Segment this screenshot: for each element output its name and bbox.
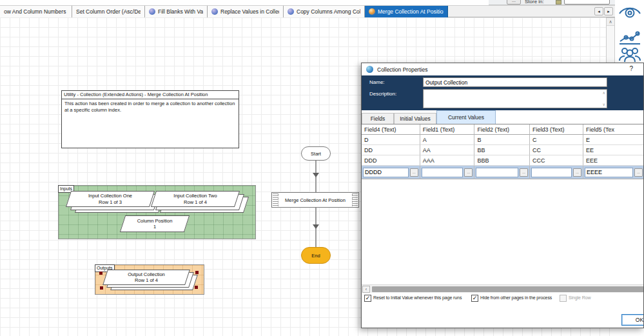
table-cell[interactable]: BBB: [474, 155, 530, 166]
cell-value-input[interactable]: [476, 168, 518, 177]
data-item-input-collection-two[interactable]: Input Collection Two Row 1 of 4: [153, 191, 257, 217]
connector-arrow-icon: [313, 224, 319, 229]
tab-fields[interactable]: Fields: [362, 113, 394, 124]
cell-ellipsis-button[interactable]: ...: [410, 168, 418, 177]
table-horizontal-scrollbar[interactable]: ‹: [362, 284, 644, 293]
tab-set-column-order[interactable]: Set Column Order (Asc/Desc): [72, 6, 145, 17]
tab-label: Fill Blanks With Values: [158, 8, 203, 15]
watch-eye-icon[interactable]: [618, 3, 642, 20]
connector-arrow-icon: [313, 173, 319, 177]
start-node[interactable]: Start: [301, 146, 331, 161]
table-cell[interactable]: A: [420, 135, 475, 145]
tab-fill-blanks-with-values[interactable]: Fill Blanks With Values: [145, 6, 208, 17]
column-header[interactable]: Field3 (Text): [530, 124, 583, 135]
ok-button[interactable]: OK: [621, 314, 644, 326]
dialog-titlebar[interactable]: Collection Properties ?: [362, 63, 643, 75]
action-node-merge-collection[interactable]: Merge Collection At Position: [271, 192, 359, 208]
table-cell[interactable]: DDD: [362, 155, 420, 166]
dialog-title: Collection Properties: [377, 66, 427, 73]
data-item-column-position[interactable]: Column Position 1: [122, 215, 200, 235]
help-button[interactable]: ?: [629, 65, 633, 72]
cell-ellipsis-button[interactable]: ...: [634, 168, 643, 177]
action-hatch-left: [273, 193, 278, 206]
cell-ellipsis-button[interactable]: ...: [464, 168, 473, 177]
table-cell[interactable]: AA: [420, 145, 475, 155]
store-in-label: Store in:: [525, 0, 544, 5]
tab-merge-collection-at-position[interactable]: Merge Collection At Position: [365, 6, 448, 17]
scrollbar-up-arrow-icon[interactable]: ∧: [607, 18, 614, 26]
name-label: Name:: [369, 79, 385, 85]
column-header[interactable]: Field1 (Text): [420, 124, 475, 135]
selection-handle[interactable]: [100, 286, 103, 290]
edit-cell: ...: [474, 166, 530, 179]
tab-initial-values[interactable]: Initial Values: [394, 113, 436, 124]
data-item-subtitle: 1: [153, 224, 156, 230]
column-header[interactable]: Field2 (Text): [474, 124, 530, 135]
page-description-note[interactable]: Utility - Collection (Extended Actions) …: [61, 90, 239, 148]
hide-from-other-pages-checkbox[interactable]: ✓: [471, 295, 478, 302]
analytics-icon[interactable]: [618, 30, 642, 46]
data-item-output-collection[interactable]: Output Collection Row 1 of 4: [105, 270, 205, 294]
cell-value-input[interactable]: [363, 168, 409, 177]
cell-value-input[interactable]: [422, 168, 463, 177]
table-cell[interactable]: B: [474, 135, 530, 145]
scroll-down-arrow-icon[interactable]: ∨: [603, 103, 605, 106]
action-page-icon: [288, 8, 294, 15]
single-row-checkbox: [560, 295, 567, 302]
table-cell[interactable]: EEE: [583, 155, 644, 166]
table-cell[interactable]: DD: [362, 145, 420, 155]
column-header[interactable]: Field5 (Tex: [583, 124, 644, 135]
table-cell[interactable]: CC: [530, 145, 583, 155]
table-cell[interactable]: BB: [474, 145, 530, 155]
scrollbar-left-arrow-icon[interactable]: ‹: [362, 286, 370, 293]
tab-current-values[interactable]: Current Values: [436, 110, 496, 124]
tab-label: Merge Collection At Position: [378, 8, 444, 15]
selection-handle[interactable]: [195, 271, 199, 274]
table-cell[interactable]: E: [583, 135, 644, 145]
tab-scroll-right-button[interactable]: ▸: [604, 7, 613, 15]
tab-scroll-left-button[interactable]: ◂: [594, 7, 603, 15]
store-in-input[interactable]: [564, 0, 610, 5]
single-row-label: Single Row: [569, 295, 590, 300]
table-header-row: Field4 (Text) Field1 (Text) Field2 (Text…: [362, 124, 644, 135]
people-group-icon[interactable]: [618, 46, 642, 63]
table-row[interactable]: D A B C E: [362, 135, 644, 145]
table-cell[interactable]: EE: [583, 145, 644, 155]
cell-value-input[interactable]: [585, 168, 633, 177]
tab-copy-columns-among-collection[interactable]: Copy Columns Among Collection: [284, 6, 365, 17]
table-row[interactable]: DDD AAA BBB CCC EEE: [362, 155, 644, 166]
table-edit-row[interactable]: ... ... ... ... ...: [362, 166, 644, 179]
data-item-icon: [556, 0, 561, 5]
table-cell[interactable]: D: [362, 135, 420, 145]
action-node-label: Merge Collection At Position: [285, 197, 346, 203]
cell-value-input[interactable]: [531, 168, 572, 177]
table-cell[interactable]: AAA: [420, 155, 475, 166]
canvas-vertical-scrollbar[interactable]: ∧: [606, 17, 615, 63]
name-input[interactable]: [423, 77, 607, 87]
table-cell[interactable]: CCC: [530, 155, 583, 166]
cell-ellipsis-button[interactable]: ...: [520, 168, 528, 177]
scrollbar-thumb[interactable]: [372, 286, 644, 292]
tab-row-and-column-numbers-by-value[interactable]: ow And Column Numbers By Value: [0, 6, 72, 17]
column-header[interactable]: Field4 (Text): [362, 124, 420, 135]
collection-icon: [366, 66, 373, 73]
tab-replace-values-in-collection[interactable]: Replace Values in Collection: [208, 6, 284, 17]
selection-handle[interactable]: [99, 272, 102, 275]
edit-cell: ...: [530, 166, 583, 179]
description-input[interactable]: ∧ ∨: [423, 89, 607, 108]
reset-initial-value-checkbox[interactable]: ✓: [364, 295, 371, 302]
cell-ellipsis-button[interactable]: ...: [573, 168, 581, 177]
table-cell[interactable]: C: [530, 135, 583, 145]
end-node[interactable]: End: [301, 247, 331, 264]
table-row[interactable]: DD AA BB CC EE: [362, 145, 644, 155]
scroll-up-arrow-icon[interactable]: ∧: [603, 91, 605, 95]
data-item-subtitle: Row 1 of 3: [99, 199, 122, 205]
ellipsis-button[interactable]: ...: [507, 0, 521, 5]
edit-cell: ...: [583, 166, 644, 179]
tab-label: Replace Values in Collection: [220, 8, 279, 15]
tab-label: ow And Column Numbers By Value: [4, 8, 68, 15]
data-item-subtitle: Row 1 of 4: [184, 199, 207, 205]
selection-handle[interactable]: [195, 286, 198, 289]
tab-label: Set Column Order (Asc/Desc): [76, 8, 141, 15]
action-hatch-right: [352, 193, 358, 206]
